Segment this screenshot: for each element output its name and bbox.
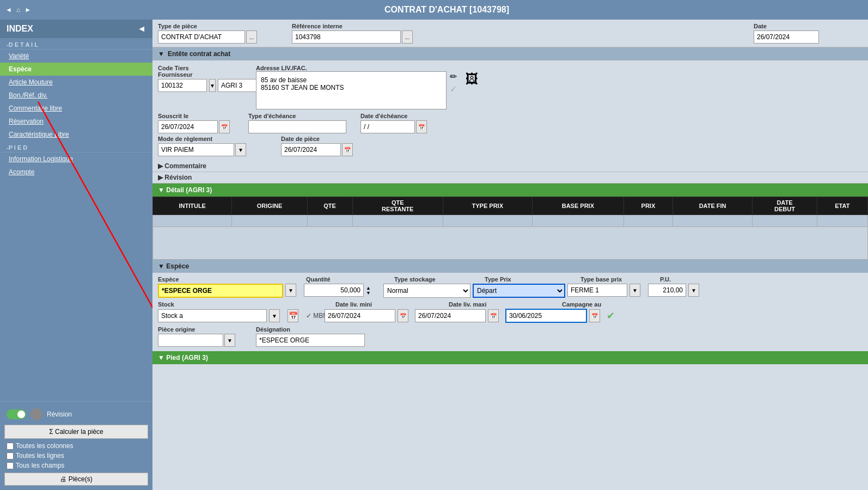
nav-back-icon[interactable]: ◄ [5, 6, 12, 14]
espece-btn[interactable]: ▼ [285, 284, 296, 297]
type-stockage-select[interactable]: Normal Frigorifique Autre [383, 284, 470, 298]
designation-input[interactable] [256, 334, 365, 347]
cell-base-prix[interactable] [532, 215, 624, 227]
cell-qte[interactable] [307, 215, 352, 227]
type-base-prix-input[interactable] [567, 284, 627, 297]
nav-home-icon[interactable]: ⌂ [16, 6, 20, 14]
sidebar-item-article-mouture[interactable]: Article Mouture [0, 76, 152, 89]
mode-reglement-input[interactable] [158, 143, 234, 156]
cell-date-debut[interactable] [753, 215, 817, 227]
date-label: Date [754, 23, 863, 29]
type-de-piece-input[interactable] [158, 30, 245, 44]
sidebar-item-acompte[interactable]: Acompte [0, 166, 152, 179]
cell-date-fin[interactable] [673, 215, 752, 227]
date-liv-maxi-input[interactable] [415, 309, 486, 322]
check-adresse-icon[interactable]: ✓ [450, 84, 457, 94]
pu-label: P.U. [660, 276, 704, 283]
date-echeance-cal-btn[interactable]: 📅 [416, 120, 427, 133]
date-piece-input[interactable] [281, 143, 341, 156]
pu-btn[interactable]: ▼ [688, 284, 699, 297]
campagne-au-cal-btn[interactable]: 📅 [589, 309, 600, 322]
detail-section-header[interactable]: ▼ Détail (AGRI 3) [152, 183, 868, 197]
cell-origine[interactable] [232, 215, 307, 227]
checkbox-champs-input[interactable] [7, 462, 14, 469]
reference-interne-btn[interactable]: ... [402, 30, 413, 44]
espece-section-label: ▼ Espèce [158, 262, 189, 270]
type-base-prix-btn[interactable]: ▼ [629, 284, 640, 297]
top-bar: ◄ ⌂ ► CONTRAT D'ACHAT [1043798] [0, 0, 868, 20]
date-input[interactable] [754, 30, 819, 44]
sidebar-item-bon-ref[interactable]: Bon./Réf. div. [0, 89, 152, 102]
sidebar-bottom: Révision Σ Calculer la pièce Toutes les … [0, 401, 152, 490]
reference-interne-group: Référence interne ... [292, 23, 750, 44]
mode-reglement-label: Mode de règlement [158, 136, 278, 142]
revision-toggle-circle[interactable] [30, 408, 42, 420]
revision-toggle[interactable]: ▶ Révision [158, 174, 192, 181]
entete-section-label: Entête contrat achat [168, 50, 230, 58]
sidebar-section-pied: -P I E D [0, 141, 152, 152]
nav-forward-icon[interactable]: ► [25, 6, 31, 14]
designation-label: Désignation [256, 326, 863, 333]
commentaire-toggle[interactable]: ▶ Commentaire [158, 162, 206, 170]
piece-origine-input[interactable] [158, 334, 223, 347]
date-liv-mini-cal-btn[interactable]: 📅 [398, 309, 408, 322]
stock-inputs-row: ▼ 📅 ✓ MBM 📅 📅 📅 ✔ [158, 309, 863, 323]
campagne-au-input[interactable] [505, 309, 587, 323]
type-echeance-input[interactable] [248, 120, 346, 133]
cell-prix[interactable] [624, 215, 673, 227]
mode-reglement-btn[interactable]: ▼ [235, 143, 246, 156]
sidebar-item-reservation[interactable]: Réservation [0, 115, 152, 128]
pied-section-header[interactable]: ▼ Pied (AGRI 3) [152, 351, 868, 364]
col-qte: QTE [307, 197, 352, 215]
espece-section-header[interactable]: ▼ Espèce [152, 260, 868, 273]
cell-intitule[interactable] [153, 215, 232, 227]
stock-btn[interactable]: ▼ [269, 309, 280, 322]
date-liv-mini-label: Date liv. mini [335, 301, 428, 308]
edit-adresse-icon[interactable]: ✏ [450, 71, 457, 82]
nav-controls[interactable]: ◄ ⌂ ► [5, 6, 31, 14]
date-liv-mini-input[interactable] [325, 309, 395, 322]
date-piece-label: Date de pièce [281, 136, 390, 142]
photo-icon[interactable]: 🖼 [466, 71, 479, 86]
souscrit-le-input[interactable] [158, 120, 218, 133]
type-de-piece-btn[interactable]: ... [246, 30, 257, 44]
quantite-input[interactable] [304, 284, 364, 297]
sidebar-section-detail: -D E T A I L [0, 38, 152, 50]
revision-toggle-green[interactable] [7, 409, 26, 419]
type-stockage-label: Type stockage [394, 276, 481, 283]
souscrit-le-cal-btn[interactable]: 📅 [219, 120, 230, 133]
checkbox-colonnes-input[interactable] [7, 443, 14, 450]
sidebar-collapse-icon[interactable]: ◄ [137, 24, 146, 34]
calculer-piece-button[interactable]: Σ Calculer la pièce [4, 425, 148, 439]
campagne-validate-icon[interactable]: ✔ [607, 310, 623, 322]
col-base-prix: BASE PRIX [532, 197, 624, 215]
cell-type-prix[interactable] [443, 215, 532, 227]
sidebar-item-caracteristique-libre[interactable]: Caractéristique Libre [0, 128, 152, 141]
sidebar-item-variete[interactable]: Variété [0, 50, 152, 63]
code-tiers-btn[interactable]: ▼ [209, 79, 216, 92]
entete-section-header[interactable]: ▼ Entête contrat achat [152, 47, 868, 60]
sidebar-item-information-logistique[interactable]: Information Logistique [0, 152, 152, 166]
sidebar-item-espece[interactable]: Espèce [0, 63, 152, 76]
revision-section: ▶ Révision [152, 172, 868, 183]
type-prix-select[interactable]: Départ Arrivée [473, 284, 565, 298]
checkbox-lignes-input[interactable] [7, 452, 14, 460]
cell-qte-restante[interactable] [352, 215, 443, 227]
espece-input[interactable] [158, 284, 283, 298]
pieces-button[interactable]: 🖨 Pièce(s) [4, 473, 148, 486]
code-tiers-input[interactable] [158, 79, 207, 92]
commentaire-section: ▶ Commentaire [152, 161, 868, 172]
stock-cal-btn[interactable]: 📅 [288, 309, 298, 322]
reference-interne-input[interactable] [292, 30, 401, 44]
piece-origine-btn[interactable]: ▼ [224, 334, 235, 347]
espece-inputs-row: ▼ ▲ ▼ Normal Frigorifique Autre Départ A… [158, 284, 863, 298]
pu-input[interactable] [648, 284, 686, 297]
quantite-down-icon[interactable]: ▼ [366, 291, 381, 296]
date-liv-maxi-cal-btn[interactable]: 📅 [488, 309, 499, 322]
date-piece-cal-btn[interactable]: 📅 [342, 143, 353, 156]
cell-etat[interactable] [817, 215, 867, 227]
sidebar-item-commentaire-libre[interactable]: Commentaire libre [0, 102, 152, 115]
stock-input[interactable] [158, 309, 267, 322]
checkbox-colonnes-label: Toutes les colonnes [16, 442, 73, 450]
date-echeance-input[interactable] [360, 120, 415, 133]
